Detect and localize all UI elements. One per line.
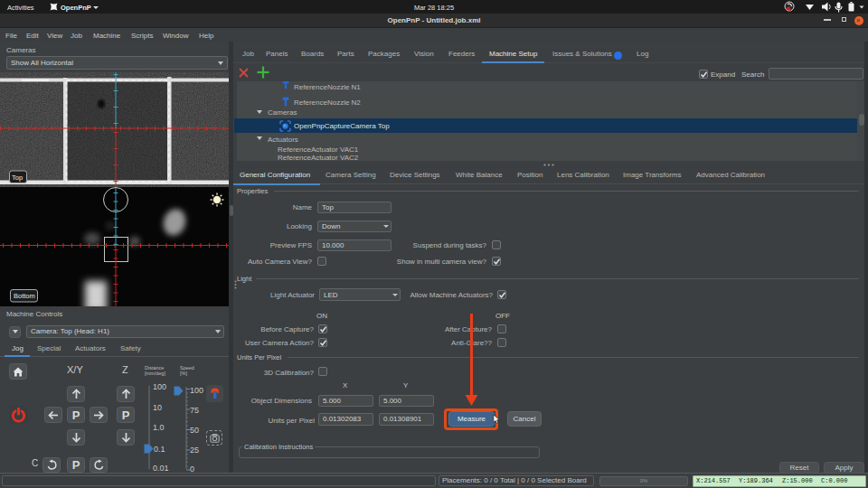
svg-text:Bottom: Bottom <box>14 292 35 300</box>
svg-text:Top: Top <box>12 174 23 182</box>
